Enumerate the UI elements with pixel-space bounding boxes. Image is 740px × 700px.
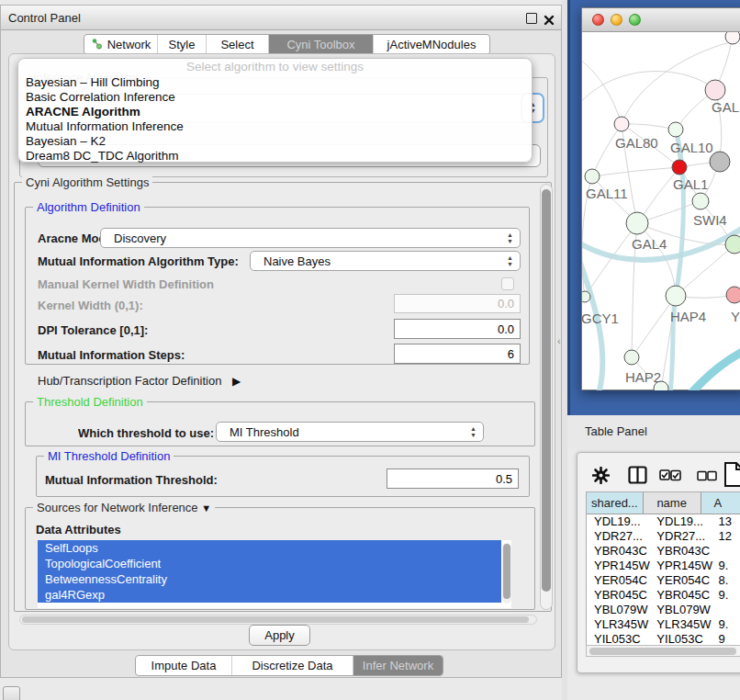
deselect-all-checkboxes-icon[interactable] (697, 469, 717, 486)
table-row[interactable]: YBR045CYBR045C9. (587, 588, 740, 603)
mi-algorithm-type-combo[interactable]: Naive Bayes ▲▼ (250, 251, 521, 271)
tab-infer-network[interactable]: Infer Network (353, 656, 443, 675)
table-cell: 8. (715, 573, 740, 588)
minimize-traffic-light-icon[interactable] (611, 14, 622, 26)
data-attribute-item[interactable]: TopologicalCoefficient (38, 556, 501, 571)
kernel-width-input[interactable]: 0.0 (394, 294, 521, 313)
dropdown-items: Bayesian – Hill ClimbingBasic Correlatio… (18, 75, 532, 164)
table-row[interactable]: YPR145WYPR145W9. (587, 559, 740, 573)
manual-kernel-width-checkbox[interactable] (501, 277, 514, 290)
node-gal1[interactable] (672, 160, 687, 175)
dpi-tolerance-label: DPI Tolerance [0,1]: (38, 323, 148, 337)
settings-horizontal-scrollbar[interactable] (19, 615, 537, 625)
select-all-checkboxes-icon[interactable] (659, 469, 682, 486)
algorithm-option[interactable]: Mutual Information Inference (18, 119, 532, 134)
mi-steps-value: 6 (508, 347, 514, 361)
tab-discretize-data[interactable]: Discretize Data (231, 656, 353, 675)
tab-impute-data[interactable]: Impute Data (136, 656, 231, 675)
node-right-pink[interactable] (726, 287, 740, 303)
dpi-tolerance-input[interactable]: 0.0 (394, 319, 521, 339)
table-row[interactable]: YER054CYER054C8. (587, 573, 740, 588)
table-cell: YBR045C (650, 588, 714, 603)
node-gal7[interactable] (705, 80, 725, 100)
algorithm-option[interactable]: Dream8 DC_TDC Algorithm (18, 149, 532, 164)
table-cell: YBL079W (650, 603, 714, 617)
apply-button[interactable]: Apply (249, 625, 310, 646)
data-attribute-item[interactable]: gal4RGexp (38, 587, 501, 603)
node-label: GCY1 (582, 310, 619, 326)
columns-icon[interactable] (628, 466, 647, 488)
node-right-green[interactable] (725, 235, 740, 254)
sources-group-title[interactable]: Sources for Network Inference ▼ (33, 501, 215, 514)
tab-jactivemnodules[interactable]: jActiveMNodules (373, 35, 489, 54)
tab-discretize-data-label: Discretize Data (252, 659, 332, 672)
node-gal80[interactable] (614, 117, 629, 131)
tab-style[interactable]: Style (157, 35, 206, 54)
hub-definition-expander[interactable]: Hub/Transcription Factor Definition ▶ (38, 374, 241, 388)
mi-threshold-label: Mutual Information Threshold: (45, 473, 218, 487)
table-horizontal-scrollbar[interactable] (586, 645, 740, 657)
float-window-icon[interactable] (526, 13, 537, 24)
which-threshold-combo[interactable]: MI Threshold ▲▼ (216, 422, 484, 442)
table-row[interactable]: YBL079WYBL079W (587, 603, 740, 617)
table-cell: YPR145W (650, 559, 714, 573)
mi-threshold-input[interactable]: 0.5 (387, 469, 519, 489)
network-nodes[interactable] (582, 32, 740, 390)
network-canvas[interactable]: GALGAL80GAL10GAL1GAL11SWI4GAL4GCY1HAP4YH… (582, 32, 740, 390)
node-gal11[interactable] (585, 169, 600, 184)
table-row[interactable]: YLR345WYLR345W9. (587, 617, 740, 632)
table-window: shared... name A YDL19...YDL19...13YDR27… (577, 452, 740, 673)
aracne-mode-combo[interactable]: Discovery ▲▼ (100, 228, 521, 248)
table-row[interactable]: YDR27...YDR27...12 (587, 529, 740, 544)
table-row[interactable]: YDL19...YDL19...13 (587, 514, 740, 529)
control-panel-tabbar: Network Style Select Cyni Toolbox jActiv… (84, 34, 490, 55)
data-attribute-item[interactable]: SelfLoops (38, 540, 501, 556)
algorithm-option[interactable]: Bayesian – K2 (18, 134, 532, 149)
tab-network[interactable]: Network (84, 35, 157, 54)
bottom-left-mini-button[interactable] (3, 686, 20, 700)
node-gcy1[interactable] (582, 291, 590, 302)
settings-vertical-scrollbar[interactable] (540, 184, 553, 610)
node-label: GAL (712, 99, 739, 115)
column-header-name[interactable]: name (644, 492, 701, 514)
table-cell: 9. (715, 617, 740, 632)
data-attributes-list[interactable]: SelfLoopsTopologicalCoefficientBetweenne… (38, 540, 511, 608)
tab-network-label: Network (107, 38, 151, 51)
tab-cyni-toolbox[interactable]: Cyni Toolbox (268, 35, 373, 54)
algorithm-option[interactable]: Bayesian – Hill Climbing (18, 75, 532, 90)
which-threshold-value: MI Threshold (230, 425, 299, 439)
node-hap2[interactable] (624, 350, 639, 365)
network-window-titlebar[interactable] (582, 8, 740, 32)
node-hap4[interactable] (666, 286, 686, 306)
mi-steps-input[interactable]: 6 (394, 344, 521, 364)
which-threshold-label: Which threshold to use: (78, 426, 214, 440)
algorithm-option[interactable]: Basic Correlation Inference (18, 90, 532, 105)
table-cell: YBR045C (587, 588, 650, 603)
tab-infer-network-label: Infer Network (363, 659, 433, 672)
zoom-traffic-light-icon[interactable] (629, 14, 641, 26)
table-cell: YBR043C (650, 544, 714, 559)
close-traffic-light-icon[interactable] (592, 14, 604, 26)
algorithm-definition-title: Algorithm Definition (33, 200, 144, 214)
algorithm-option[interactable]: ARACNE Algorithm (18, 105, 532, 119)
new-table-icon[interactable] (723, 461, 740, 491)
table-cell: YDL19... (587, 514, 650, 529)
column-header-partial[interactable]: A (701, 492, 740, 514)
table-row[interactable]: YBR043CYBR043C (587, 544, 740, 559)
data-attribute-item[interactable]: BetweennessCentrality (38, 571, 501, 587)
table-cell: YER054C (650, 573, 714, 588)
tab-select[interactable]: Select (206, 35, 268, 54)
node-swi4[interactable] (692, 193, 709, 209)
attributes-scrollbar[interactable] (502, 543, 511, 604)
close-icon[interactable] (544, 13, 555, 24)
gear-icon[interactable] (592, 467, 610, 488)
table-cell: YDR27... (587, 529, 650, 544)
table-cell: YDL19... (650, 514, 714, 529)
node-label: HAP4 (670, 309, 706, 324)
column-header-shared-name[interactable]: shared... (587, 492, 644, 514)
node-gal10[interactable] (668, 122, 683, 137)
node-partial-top[interactable] (725, 32, 740, 44)
node-gal4[interactable] (626, 212, 648, 234)
divider-handle-icon[interactable]: ‹ (557, 335, 561, 346)
control-panel-titlebar[interactable]: Control Panel (1, 6, 561, 30)
